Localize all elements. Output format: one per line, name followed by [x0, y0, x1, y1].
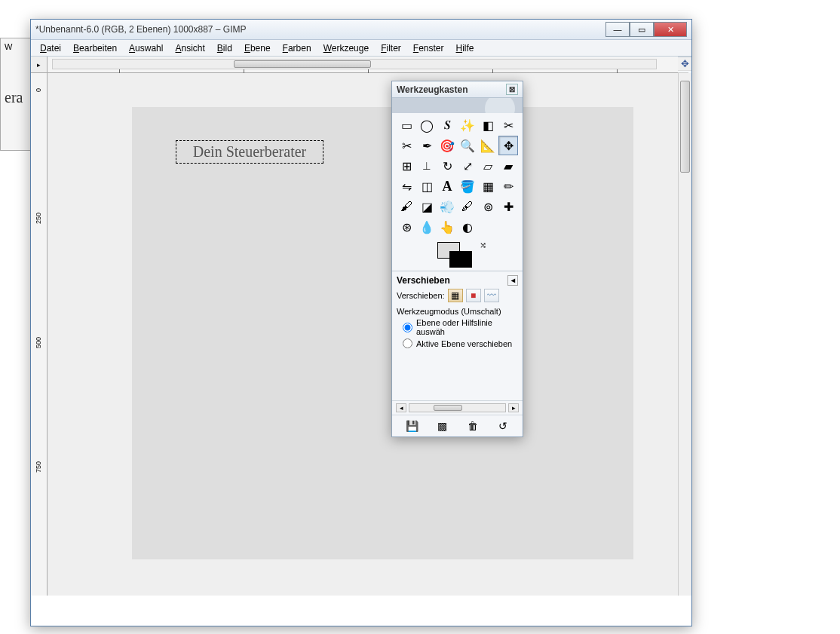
canvas-page[interactable] [132, 107, 633, 559]
canvas-text-layer: Dein Steuerberater [193, 143, 306, 161]
tool-bucket[interactable]: 🪣 [458, 176, 477, 196]
tool-color-picker[interactable]: 🎯 [437, 136, 457, 155]
tool-color-select[interactable]: ◧ [478, 115, 498, 135]
tool-rotate[interactable]: ↻ [437, 156, 457, 176]
tool-rect-select[interactable]: ▭ [397, 115, 416, 135]
save-options-icon[interactable]: 💾 [404, 418, 419, 433]
vertical-scrollbar[interactable] [678, 73, 691, 596]
scroll-right-icon[interactable]: ▸ [508, 403, 519, 412]
gimp-main-window: *Unbenannt-6.0 (RGB, 2 Ebenen) 1000x887 … [30, 19, 692, 626]
tool-dodge[interactable]: ◐ [458, 217, 477, 237]
menu-auswahl[interactable]: Auswahl [123, 41, 169, 55]
navigation-icon[interactable]: ✥ [678, 57, 691, 71]
radio-pick-layer[interactable]: Ebene oder Hilfslinie auswäh [403, 318, 518, 336]
menu-bar: DateiBearbeitenAuswahlAnsichtBildEbeneFa… [31, 40, 691, 57]
work-area: ▸ 02505007501000 0250500750 Dein Steuerb… [31, 57, 691, 626]
menu-bearbeiten[interactable]: Bearbeiten [67, 41, 123, 55]
tool-blur[interactable]: 💧 [417, 217, 437, 237]
tool-move[interactable]: ✥ [498, 136, 518, 155]
tool-clone[interactable]: ⊚ [478, 197, 498, 216]
menu-datei[interactable]: Datei [34, 41, 67, 55]
tool-zoom[interactable]: 🔍 [458, 136, 477, 155]
restore-options-icon[interactable]: ▩ [434, 418, 449, 433]
move-layer-button[interactable]: ▦ [448, 289, 463, 302]
ruler-mark: 500 [35, 337, 42, 348]
tool-align[interactable]: ⊞ [397, 156, 416, 176]
delete-options-icon[interactable]: 🗑 [465, 418, 480, 433]
tool-free-select[interactable]: 𝑺 [437, 115, 457, 135]
menu-filter[interactable]: Filter [375, 41, 407, 55]
radio-active-layer-input[interactable] [403, 338, 412, 348]
tool-flip[interactable]: ⇋ [397, 176, 416, 196]
tool-fuzzy-select[interactable]: ✨ [458, 115, 477, 135]
move-selection-button[interactable]: ■ [466, 289, 481, 302]
options-bottom-buttons: 💾 ▩ 🗑 ↺ [392, 415, 523, 436]
tool-eraser[interactable]: ◪ [417, 197, 437, 216]
ruler-origin[interactable]: ▸ [31, 57, 48, 73]
reset-options-icon[interactable]: ↺ [495, 418, 510, 433]
menu-werkzeuge[interactable]: Werkzeuge [317, 41, 375, 55]
tool-smudge[interactable]: 👆 [437, 217, 457, 237]
close-button[interactable]: ✕ [654, 22, 687, 37]
ruler-mark: 750 [35, 461, 42, 473]
options-hscroll[interactable]: ◂ ▸ [392, 400, 523, 415]
toolbox-panel[interactable]: Werkzeugkasten ⊠ ▭◯𝑺✨◧✂✂✒🎯🔍📐✥⊞⟂↻⤢▱▰⇋◫A🪣▦… [391, 81, 523, 437]
tool-mode-label: Werkzeugmodus (Umschalt) [397, 307, 518, 316]
swap-colors-icon[interactable]: ⤭ [480, 240, 486, 250]
tool-blend[interactable]: ▦ [478, 176, 498, 196]
toolbox-close-button[interactable]: ⊠ [506, 84, 518, 95]
radio-active-layer[interactable]: Aktive Ebene verschieben [403, 338, 518, 348]
bg-menu-fragment: W [5, 42, 27, 51]
radio-pick-layer-input[interactable] [403, 323, 412, 332]
minimize-button[interactable]: — [605, 22, 630, 37]
tool-scale[interactable]: ⤢ [458, 156, 477, 176]
canvas-viewport[interactable]: Dein Steuerberater [48, 73, 678, 596]
horizontal-scrollbar[interactable] [52, 59, 657, 69]
menu-fenster[interactable]: Fenster [407, 41, 450, 55]
tool-text[interactable]: A [437, 176, 457, 196]
window-title: *Unbenannt-6.0 (RGB, 2 Ebenen) 1000x887 … [35, 24, 605, 35]
tool-paths[interactable]: ✒ [417, 136, 437, 155]
tool-measure[interactable]: 📐 [478, 136, 498, 155]
toolbox-titlebar[interactable]: Werkzeugkasten ⊠ [392, 81, 523, 98]
menu-ansicht[interactable]: Ansicht [169, 41, 210, 55]
menu-hilfe[interactable]: Hilfe [450, 41, 480, 55]
background-color-swatch[interactable] [449, 251, 472, 268]
tool-airbrush[interactable]: 💨 [437, 197, 457, 216]
titlebar[interactable]: *Unbenannt-6.0 (RGB, 2 Ebenen) 1000x887 … [31, 20, 691, 40]
tool-grid: ▭◯𝑺✨◧✂✂✒🎯🔍📐✥⊞⟂↻⤢▱▰⇋◫A🪣▦✏🖌◪💨🖋⊚✚⊛💧👆◐ [392, 113, 523, 239]
move-affect-label: Verschieben: [397, 291, 445, 300]
bg-text-fragment: era [5, 89, 27, 106]
tool-pencil[interactable]: ✏ [498, 176, 518, 196]
menu-ebene[interactable]: Ebene [238, 41, 277, 55]
color-swatches[interactable]: ⤭ [392, 239, 523, 271]
ruler-mark: 0 [35, 88, 42, 92]
tool-paintbrush[interactable]: 🖌 [397, 197, 416, 216]
maximize-button[interactable]: ▭ [630, 22, 654, 37]
tool-heal[interactable]: ✚ [498, 197, 518, 216]
tool-ink[interactable]: 🖋 [458, 197, 477, 216]
options-menu-button[interactable]: ◂ [507, 275, 518, 286]
menu-bild[interactable]: Bild [211, 41, 238, 55]
move-path-button[interactable]: 〰 [484, 289, 499, 302]
options-title: Verschieben [397, 275, 450, 286]
ruler-mark: 250 [35, 213, 42, 224]
tool-perspective[interactable]: ▰ [498, 156, 518, 176]
floating-selection[interactable]: Dein Steuerberater [176, 140, 323, 164]
tool-perspective-clone[interactable]: ⊛ [397, 217, 416, 237]
tool-options-panel: Verschieben ◂ Verschieben: ▦ ■ 〰 Werkzeu… [392, 271, 523, 357]
background-window-fragment: W era [0, 38, 32, 151]
tool-crop[interactable]: ⟂ [417, 156, 437, 176]
scroll-left-icon[interactable]: ◂ [396, 403, 406, 412]
menu-farben[interactable]: Farben [277, 41, 317, 55]
tool-foreground-select[interactable]: ✂ [397, 136, 416, 155]
toolbox-header-decoration [392, 98, 523, 113]
tool-shear[interactable]: ▱ [478, 156, 498, 176]
vertical-ruler[interactable]: 0250500750 [31, 73, 48, 596]
scroll-track[interactable] [409, 403, 506, 412]
toolbox-title-text: Werkzeugkasten [397, 84, 468, 95]
tool-ellipse-select[interactable]: ◯ [417, 115, 437, 135]
tool-cage[interactable]: ◫ [417, 176, 437, 196]
tool-scissors[interactable]: ✂ [498, 115, 518, 135]
